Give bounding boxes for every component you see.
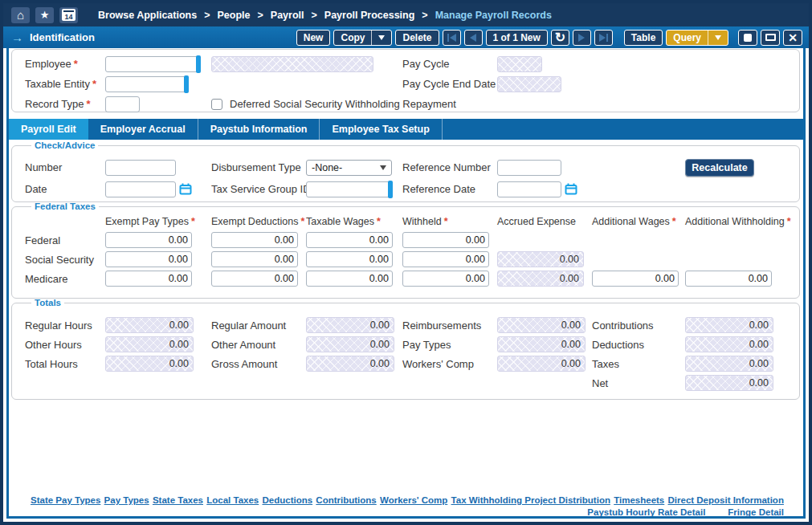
other-hours-field: 0.00 bbox=[105, 336, 194, 352]
refresh-icon: ↻ bbox=[555, 31, 565, 44]
reference-number-label: Reference Number bbox=[402, 161, 497, 173]
taxable-entity-input[interactable] bbox=[105, 76, 188, 92]
close-button[interactable]: ✕ bbox=[783, 30, 802, 46]
deferred-ss-withholding-checkbox[interactable] bbox=[211, 99, 222, 110]
breadcrumb-item[interactable]: Payroll Processing bbox=[324, 10, 415, 21]
contributions-field: 0.00 bbox=[685, 317, 773, 333]
calendar-icon: 14 bbox=[62, 9, 75, 21]
federal-taxes-header-row: Exempt Pay Types* Exempt Deductions* Tax… bbox=[25, 213, 799, 230]
check-number-input[interactable] bbox=[105, 160, 176, 176]
breadcrumb-separator: > bbox=[204, 10, 210, 21]
federal-exempt-deductions-input[interactable] bbox=[211, 232, 298, 248]
other-amount-label: Other Amount bbox=[211, 339, 306, 351]
medicare-additional-withholding-input[interactable] bbox=[685, 271, 772, 287]
query-dropdown[interactable] bbox=[708, 31, 728, 45]
medicare-row: Medicare 0.00 bbox=[25, 269, 799, 288]
recalculate-button[interactable]: Recalculate bbox=[685, 159, 754, 177]
medicare-withheld-input[interactable] bbox=[402, 271, 489, 287]
record-type-label: Record Type bbox=[25, 98, 84, 110]
footer-link-tax-withholding-project-distribution[interactable]: Tax Withholding Project Distribution bbox=[451, 495, 610, 505]
regular-hours-label: Regular Hours bbox=[25, 319, 105, 332]
footer-link-contributions[interactable]: Contributions bbox=[316, 495, 376, 505]
deductions-field: 0.00 bbox=[685, 336, 773, 352]
net-label: Net bbox=[592, 377, 685, 389]
lookup-indicator-icon[interactable] bbox=[184, 75, 189, 93]
chevron-down-icon bbox=[378, 35, 385, 40]
new-button[interactable]: New bbox=[296, 30, 331, 46]
calendar-picker-icon[interactable] bbox=[179, 183, 192, 195]
delete-button[interactable]: Delete bbox=[395, 30, 439, 46]
medicare-exempt-deductions-input[interactable] bbox=[211, 271, 298, 287]
disbursement-type-label: Disbursement Type bbox=[211, 161, 306, 173]
minimize-button[interactable] bbox=[738, 30, 757, 46]
refresh-button[interactable]: ↻ bbox=[551, 30, 569, 46]
lookup-indicator-icon[interactable] bbox=[196, 55, 201, 73]
federal-withheld-input[interactable] bbox=[402, 232, 489, 248]
federal-row: Federal bbox=[25, 230, 799, 250]
footer-link-local-taxes[interactable]: Local Taxes bbox=[206, 495, 259, 505]
employee-input[interactable] bbox=[105, 56, 200, 72]
footer-link-state-taxes[interactable]: State Taxes bbox=[153, 495, 203, 505]
breadcrumb-item[interactable]: Payroll bbox=[271, 10, 304, 21]
tab-payroll-edit[interactable]: Payroll Edit bbox=[9, 119, 88, 140]
medicare-exempt-pay-types-input[interactable] bbox=[105, 271, 192, 287]
previous-record-button[interactable] bbox=[464, 30, 483, 46]
previous-icon bbox=[470, 34, 476, 42]
federal-exempt-pay-types-input[interactable] bbox=[105, 232, 192, 248]
employee-row: Employee* Pay Cycle bbox=[25, 54, 799, 74]
next-record-button[interactable] bbox=[573, 30, 591, 46]
pay-types-label: Pay Types bbox=[402, 339, 497, 351]
footer-link-state-pay-types[interactable]: State Pay Types bbox=[31, 495, 100, 505]
footer-link-timesheets[interactable]: Timesheets bbox=[614, 495, 664, 505]
reference-number-input[interactable] bbox=[497, 160, 561, 176]
footer-link-fringe-detail[interactable]: Fringe Detail bbox=[728, 507, 784, 517]
other-hours-label: Other Hours bbox=[25, 339, 105, 351]
check-date-input[interactable] bbox=[105, 181, 176, 197]
maximize-button[interactable] bbox=[761, 30, 780, 46]
ss-withheld-input[interactable] bbox=[402, 251, 489, 267]
ss-exempt-deductions-input[interactable] bbox=[211, 251, 298, 267]
query-button[interactable]: Query bbox=[666, 30, 728, 46]
breadcrumb-current: Manage Payroll Records bbox=[435, 10, 552, 21]
first-icon bbox=[450, 34, 456, 42]
tab-bar: Payroll Edit Employer Accrual Paystub In… bbox=[9, 119, 803, 140]
tab-employer-accrual[interactable]: Employer Accrual bbox=[88, 119, 198, 140]
ss-taxable-wages-input[interactable] bbox=[306, 251, 393, 267]
breadcrumb-separator: > bbox=[311, 10, 316, 21]
total-hours-field: 0.00 bbox=[105, 356, 194, 372]
home-icon: ⌂ bbox=[17, 9, 24, 21]
footer-link-direct-deposit-information[interactable]: Direct Deposit Information bbox=[668, 495, 784, 505]
calendar-button[interactable]: 14 bbox=[59, 7, 78, 23]
breadcrumb-item[interactable]: People bbox=[217, 10, 250, 21]
calendar-picker-icon[interactable] bbox=[565, 183, 577, 195]
breadcrumb-separator: > bbox=[422, 10, 427, 21]
total-hours-label: Total Hours bbox=[25, 358, 105, 370]
table-view-button[interactable]: Table bbox=[624, 30, 663, 46]
footer-link-paystub-hourly-rate-detail[interactable]: Paystub Hourly Rate Detail bbox=[587, 507, 705, 517]
breadcrumb-item[interactable]: Browse Applications bbox=[98, 10, 197, 21]
pay-cycle-field bbox=[497, 56, 542, 72]
first-record-button[interactable] bbox=[443, 30, 461, 46]
medicare-additional-wages-input[interactable] bbox=[592, 271, 679, 287]
copy-button[interactable]: Copy bbox=[333, 30, 392, 46]
tab-employee-tax-setup[interactable]: Employee Tax Setup bbox=[320, 119, 442, 140]
federal-taxes-legend: Federal Taxes bbox=[31, 201, 99, 211]
medicare-taxable-wages-input[interactable] bbox=[306, 271, 393, 287]
star-icon: ★ bbox=[40, 10, 50, 20]
copy-dropdown[interactable] bbox=[372, 31, 391, 45]
pay-types-field: 0.00 bbox=[497, 336, 586, 352]
last-record-button[interactable] bbox=[594, 30, 613, 46]
federal-taxable-wages-input[interactable] bbox=[306, 232, 393, 248]
footer-link-workers-comp[interactable]: Workers' Comp bbox=[380, 495, 447, 505]
favorites-button[interactable]: ★ bbox=[35, 7, 54, 23]
ss-exempt-pay-types-input[interactable] bbox=[105, 251, 192, 267]
tab-paystub-information[interactable]: Paystub Information bbox=[198, 119, 320, 140]
lookup-indicator-icon[interactable] bbox=[388, 181, 393, 198]
record-type-input[interactable] bbox=[105, 96, 140, 112]
tax-service-group-input[interactable] bbox=[306, 181, 392, 197]
footer-link-deductions[interactable]: Deductions bbox=[262, 495, 312, 505]
disbursement-type-select[interactable]: -None- bbox=[306, 160, 392, 176]
footer-link-pay-types[interactable]: Pay Types bbox=[104, 495, 149, 505]
home-button[interactable]: ⌂ bbox=[11, 7, 30, 23]
reference-date-input[interactable] bbox=[497, 181, 561, 197]
